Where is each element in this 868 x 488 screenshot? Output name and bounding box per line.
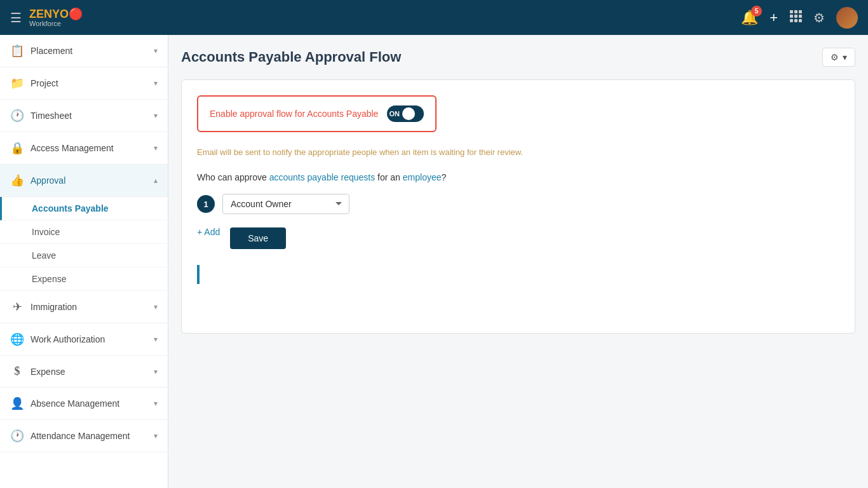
approval-submenu: Accounts Payable Invoice Leave Expense <box>0 197 168 291</box>
sidebar-item-attendance-management[interactable]: 🕐 Attendance Management ▾ <box>0 420 168 452</box>
sidebar-item-immigration[interactable]: ✈ Immigration ▾ <box>0 291 168 323</box>
sidebar-subitem-invoice[interactable]: Invoice <box>0 220 168 244</box>
chevron-down-icon: ▾ <box>154 144 158 152</box>
sidebar-label-approval: Approval <box>31 175 65 186</box>
sidebar-item-expense[interactable]: $ Expense ▾ <box>0 356 168 388</box>
sidebar: 📋 Placement ▾ 📁 Project ▾ 🕐 Timesheet ▾ … <box>0 35 168 488</box>
sidebar-label-immigration: Immigration <box>31 302 77 312</box>
sidebar-label-expense: Expense <box>31 367 65 377</box>
hamburger-menu[interactable]: ☰ <box>10 10 22 25</box>
sidebar-item-access-management[interactable]: 🔒 Access Management ▾ <box>0 132 168 165</box>
sidebar-subitem-expense[interactable]: Expense <box>0 268 168 291</box>
sidebar-item-work-authorization[interactable]: 🌐 Work Authorization ▾ <box>0 323 168 356</box>
immigration-icon: ✈ <box>10 300 24 314</box>
sidebar-label-placement: Placement <box>31 46 72 56</box>
notification-badge: 5 <box>751 6 762 17</box>
svg-rect-1 <box>794 10 797 13</box>
sidebar-label-access-management: Access Management <box>31 143 114 153</box>
approval-icon: 👍 <box>10 173 24 187</box>
sidebar-subitem-leave[interactable]: Leave <box>0 244 168 268</box>
expense-icon: $ <box>10 365 24 378</box>
access-management-icon: 🔒 <box>10 141 24 155</box>
toggle-on-label: ON <box>389 110 400 118</box>
placement-icon: 📋 <box>10 44 24 58</box>
sidebar-item-placement[interactable]: 📋 Placement ▾ <box>0 35 168 67</box>
sidebar-item-approval[interactable]: 👍 Approval ▴ <box>0 165 168 197</box>
chevron-down-icon: ▾ <box>154 46 158 55</box>
gear-icon: ⚙ <box>831 52 839 62</box>
chevron-down-icon: ▾ <box>154 367 158 376</box>
work-authorization-icon: 🌐 <box>10 332 24 346</box>
notification-bell-button[interactable]: 🔔 5 <box>741 10 758 26</box>
toggle-label-text: Enable approval flow for Accounts Payabl… <box>210 109 378 119</box>
sidebar-item-absence-management[interactable]: 👤 Absence Management ▾ <box>0 388 168 420</box>
sidebar-label-absence-management: Absence Management <box>31 398 119 409</box>
chevron-down-icon: ▾ <box>154 302 158 311</box>
chevron-down-icon: ▾ <box>154 431 158 440</box>
user-avatar[interactable] <box>836 7 858 29</box>
blue-accent-section <box>197 265 839 284</box>
sidebar-label-project: Project <box>31 78 58 88</box>
chevron-up-icon: ▴ <box>154 176 158 185</box>
approval-flow-toggle[interactable]: ON <box>387 105 424 122</box>
helper-text: Email will be sent to notify the appropr… <box>197 147 839 157</box>
settings-gear-button[interactable]: ⚙ <box>813 10 825 25</box>
chevron-down-icon: ▾ <box>154 79 158 88</box>
svg-rect-0 <box>790 10 793 13</box>
action-row: + Add Save <box>197 227 839 250</box>
add-button[interactable]: + <box>770 10 778 26</box>
absence-management-icon: 👤 <box>10 396 24 410</box>
approver-row: 1 Account Owner Manager HR Manager Admin <box>197 194 839 214</box>
enable-toggle-box: Enable approval flow for Accounts Payabl… <box>197 95 437 132</box>
add-approver-link[interactable]: + Add <box>197 227 220 237</box>
page-settings-button[interactable]: ⚙ ▾ <box>822 48 855 67</box>
sidebar-item-timesheet[interactable]: 🕐 Timesheet ▾ <box>0 100 168 132</box>
sidebar-item-project[interactable]: 📁 Project ▾ <box>0 67 168 100</box>
grid-menu-button[interactable] <box>789 10 802 25</box>
sidebar-label-attendance: Attendance Management <box>31 431 130 441</box>
logo: ZENYO🔴 Workforce <box>29 8 83 27</box>
approval-question: Who can approve accounts payable request… <box>197 172 839 182</box>
svg-rect-4 <box>794 15 797 18</box>
svg-rect-5 <box>799 15 802 18</box>
chevron-down-icon: ▾ <box>154 335 158 344</box>
save-button[interactable]: Save <box>230 227 286 249</box>
timesheet-icon: 🕐 <box>10 109 24 123</box>
sidebar-subitem-accounts-payable[interactable]: Accounts Payable <box>0 197 168 220</box>
sidebar-label-timesheet: Timesheet <box>31 111 72 121</box>
svg-rect-8 <box>799 19 802 22</box>
svg-rect-3 <box>790 15 793 18</box>
step-badge: 1 <box>197 195 215 213</box>
svg-rect-7 <box>794 19 797 22</box>
main-content: Accounts Payable Approval Flow ⚙ ▾ Enabl… <box>168 35 868 488</box>
chevron-down-icon: ▾ <box>843 52 847 62</box>
svg-rect-6 <box>790 19 793 22</box>
chevron-down-icon: ▾ <box>154 399 158 408</box>
page-title: Accounts Payable Approval Flow <box>181 49 401 65</box>
toggle-circle <box>402 107 415 120</box>
chevron-down-icon: ▾ <box>154 111 158 120</box>
approver-select[interactable]: Account Owner Manager HR Manager Admin <box>222 194 349 214</box>
approval-flow-card: Enable approval flow for Accounts Payabl… <box>181 79 855 334</box>
top-navigation: ☰ ZENYO🔴 Workforce 🔔 5 + ⚙ <box>0 0 868 35</box>
sidebar-label-work-authorization: Work Authorization <box>31 334 105 344</box>
svg-rect-2 <box>799 10 802 13</box>
project-icon: 📁 <box>10 76 24 90</box>
attendance-icon: 🕐 <box>10 429 24 443</box>
